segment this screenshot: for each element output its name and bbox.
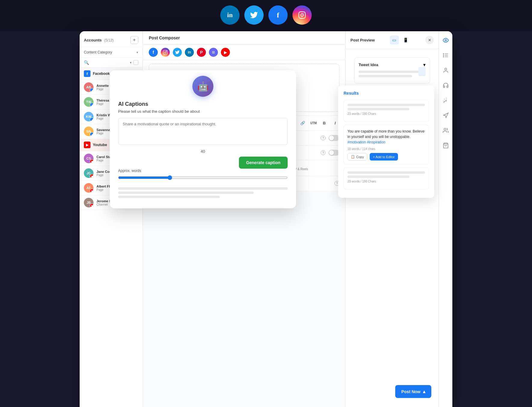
preview-header: Post Preview ▭ 📱 ✕ <box>346 31 439 49</box>
ai-caption-textarea[interactable] <box>118 118 288 145</box>
mobile-preview-button[interactable]: 📱 <box>401 35 410 44</box>
close-preview-button[interactable]: ✕ <box>425 36 434 44</box>
avatar-badge-fb-savannah: f <box>90 132 93 136</box>
facebook-carousel-help-icon[interactable]: ? <box>321 150 326 155</box>
tweet-idea-panel: Tweet Idea ▾ <box>354 57 430 84</box>
result-2-hashtags: #motivation #inspiration <box>347 140 385 144</box>
accounts-title: Accounts (5/12) <box>84 37 114 43</box>
threaded-tweets-toggle[interactable] <box>329 135 339 141</box>
copy-icon: 📋 <box>351 155 355 159</box>
person-icon[interactable] <box>441 66 451 75</box>
tab-linkedin[interactable]: in <box>185 48 194 57</box>
svg-point-15 <box>444 128 446 130</box>
svg-rect-0 <box>299 12 305 18</box>
top-social-bar: in f <box>0 0 532 31</box>
right-icons-panel <box>439 31 452 407</box>
ai-skeleton-lines <box>118 187 288 198</box>
facebook-carousel-toggle[interactable] <box>329 150 339 156</box>
avatar-carol: CS ▶ <box>84 154 93 163</box>
svg-point-12 <box>443 55 444 56</box>
svg-point-11 <box>443 54 444 54</box>
tab-twitter[interactable] <box>173 48 182 57</box>
desktop-preview-button[interactable]: ▭ <box>390 35 399 44</box>
generate-caption-button[interactable]: Generate caption <box>239 157 288 169</box>
svg-point-3 <box>164 51 166 53</box>
ai-captions-subtitle: Please tell us what the caption should b… <box>118 109 288 114</box>
svg-point-7 <box>445 40 446 41</box>
result-1-skeleton-1 <box>347 104 425 106</box>
ai-skeleton-3 <box>118 196 220 198</box>
post-now-button[interactable]: Post Now ▴ <box>395 385 431 398</box>
shop-icon[interactable] <box>441 141 451 150</box>
instagram-icon[interactable] <box>292 5 312 25</box>
megaphone-icon[interactable] <box>441 111 451 120</box>
add-account-button[interactable]: + <box>130 36 138 44</box>
tweet-idea-chevron-icon[interactable]: ▾ <box>423 62 426 68</box>
headset-icon[interactable] <box>441 81 451 90</box>
results-title: Results <box>344 91 429 96</box>
ai-skeleton-2 <box>118 191 254 194</box>
avatar-jerome: JB ▶ <box>84 198 93 207</box>
avatar-albert: AF ▶ <box>84 183 93 193</box>
composer-title: Post Composer <box>149 35 180 40</box>
bold-button[interactable]: B <box>320 119 329 127</box>
list-icon[interactable] <box>441 50 451 60</box>
skeleton-line-2 <box>359 75 412 77</box>
link-icon[interactable]: 🔗 <box>298 119 307 127</box>
avatar-kristin: KW f <box>84 112 93 121</box>
copy-button[interactable]: 📋 Copy <box>347 153 367 161</box>
select-all-checkbox[interactable] <box>133 60 138 65</box>
tweet-idea-header: Tweet Idea ▾ <box>359 62 426 68</box>
content-category-selector[interactable]: Content Category ▾ <box>80 47 142 58</box>
threaded-tweets-help-icon[interactable]: ? <box>321 136 326 140</box>
ai-word-count: 40 <box>118 149 288 154</box>
avatar-badge-fb-theresa: f <box>90 103 93 107</box>
approx-words-slider[interactable] <box>118 175 288 180</box>
search-icon: 🔍 <box>84 60 89 65</box>
tab-youtube[interactable]: ▶ <box>221 48 230 57</box>
post-now-chevron-icon: ▴ <box>423 389 425 394</box>
search-row: 🔍 ▾ <box>80 58 142 68</box>
platform-tabs: f in P ⊞ ▶ <box>143 45 345 60</box>
avatar-badge-yt-carol: ▶ <box>90 159 93 163</box>
content-category-label: Content Category <box>84 50 112 54</box>
results-panel: Results 23 words / 180 Chars You are cap… <box>338 85 434 198</box>
result-1-skeleton-2 <box>347 108 409 110</box>
result-item-2: You are capable of more than you know. B… <box>344 125 429 164</box>
composer-header: Post Composer <box>143 31 345 45</box>
select-all-chevron-icon: ▾ <box>130 61 132 65</box>
users-icon[interactable] <box>441 126 451 135</box>
preview-title: Post Preview <box>350 38 375 42</box>
svg-point-13 <box>443 57 444 57</box>
content-category-chevron-icon: ▾ <box>136 50 138 54</box>
approx-words-section: Approx. words <box>118 169 288 181</box>
facebook-icon[interactable]: f <box>268 5 288 25</box>
avatar-badge-yt-jane: ▶ <box>90 174 93 178</box>
linkedin-icon[interactable]: in <box>220 5 240 25</box>
approx-words-label: Approx. words <box>118 169 288 173</box>
tweet-idea-title: Tweet Idea <box>359 63 378 67</box>
slider-container <box>118 175 288 181</box>
ai-captions-title: AI Captions <box>118 101 288 107</box>
robot-icon: 🤖 <box>192 76 213 97</box>
tab-instagram[interactable] <box>161 48 170 57</box>
youtube-platform-icon: ▶ <box>84 142 90 148</box>
tab-facebook[interactable]: f <box>149 48 158 57</box>
tab-pinterest[interactable]: P <box>197 48 206 57</box>
main-window: Accounts (5/12) + Content Category ▾ 🔍 ▾… <box>80 31 452 407</box>
utm-button[interactable]: UTM <box>309 119 318 127</box>
result-3-skeleton-2 <box>347 176 409 178</box>
avatar-jane: JC ▶ <box>84 168 93 178</box>
avatar-badge-yt-jerome: ▶ <box>90 204 93 207</box>
avatar-badge-fb-annette: f <box>90 88 93 92</box>
avatar-annette: AB f <box>84 82 93 92</box>
magic-wand-icon[interactable] <box>441 96 451 105</box>
twitter-icon[interactable] <box>244 5 264 25</box>
robot-icon-wrapper: 🤖 <box>118 79 288 94</box>
skeleton-line-1 <box>359 71 426 73</box>
eye-icon[interactable] <box>441 35 451 45</box>
add-to-editor-button[interactable]: + Add to Editor <box>370 153 398 161</box>
tab-multi[interactable]: ⊞ <box>209 48 218 57</box>
result-2-actions: 📋 Copy + Add to Editor <box>347 153 425 161</box>
svg-rect-2 <box>163 50 167 54</box>
